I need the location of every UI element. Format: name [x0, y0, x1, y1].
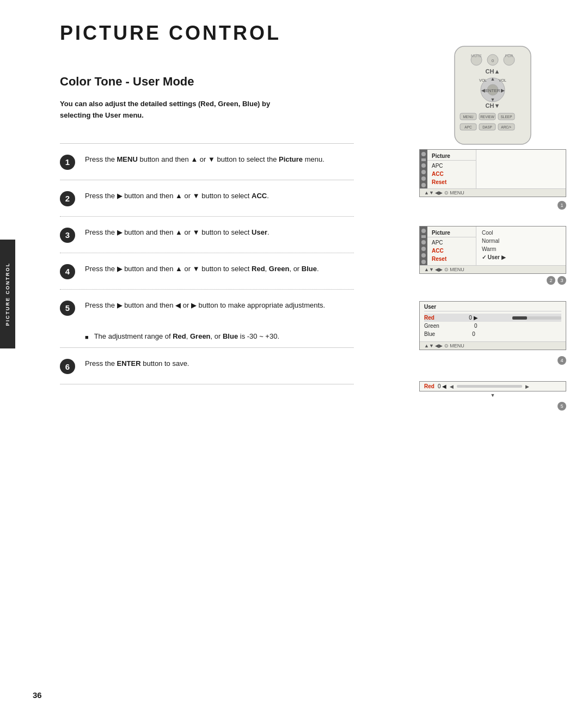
- step-1-text: Press the MENU button and then ▲ or ▼ bu…: [85, 154, 354, 165]
- screen-3: User Red 0 ▶ Green 0 Blue 0 ▲▼ ◀▶ ⊙ MENU: [419, 301, 566, 350]
- screen-3-row-blue: Blue 0: [424, 330, 561, 338]
- screen-3-green-value: 0: [474, 323, 477, 329]
- screen-1-item-apc: APC: [427, 162, 476, 170]
- sidebar-icon-e: [421, 253, 426, 258]
- svg-text:CH▼: CH▼: [486, 102, 500, 109]
- screen-1-sidebar: [420, 150, 427, 188]
- remote-illustration: 0 MUTE FCR CH▲ ENTER ▲ ▼ ◀ ▶ VOL VOL CH▼…: [444, 44, 542, 149]
- screen-3-row-red: Red 0 ▶: [424, 314, 561, 322]
- screen-group-3: User Red 0 ▶ Green 0 Blue 0 ▲▼ ◀▶ ⊙ MENU…: [419, 301, 566, 365]
- screen-3-row-green: Green 0: [424, 322, 561, 330]
- step-3-text: Press the ▶ button and then ▲ or ▼ butto…: [85, 227, 354, 238]
- screen-1-title: Picture: [427, 152, 476, 161]
- screen-4-red-label: Red: [424, 383, 434, 389]
- step-badge-2: 2: [547, 276, 555, 285]
- sidebar-icon-6: [421, 183, 426, 187]
- svg-text:VOL: VOL: [479, 78, 487, 82]
- sidebar-icon-b: [421, 235, 426, 238]
- sidebar-icon-2: [421, 158, 426, 161]
- svg-text:▲: ▲: [491, 76, 495, 82]
- step-5: 5 Press the ▶ button and then ◀ or ▶ but…: [60, 290, 354, 326]
- svg-text:DASP: DASP: [482, 125, 492, 129]
- step-3-number: 3: [60, 228, 75, 243]
- step-badge-4: 4: [558, 356, 566, 365]
- svg-text:VOL: VOL: [499, 78, 506, 82]
- step-4-number: 4: [60, 264, 75, 279]
- screen-1-footer: ▲▼ ◀▶ ⊙ MENU: [420, 188, 566, 197]
- step-badge-5: 5: [558, 402, 566, 411]
- screen-1: Picture APC ACC Reset ▲▼ ◀▶ ⊙ MENU: [419, 149, 566, 197]
- sidebar-icon-d: [421, 247, 426, 251]
- svg-text:FCR: FCR: [505, 54, 513, 58]
- screen-4-value: 0 ◀: [438, 383, 446, 389]
- screen-2-menu: Picture APC ACC Reset: [427, 227, 476, 265]
- screen-2: Picture APC ACC Reset Cool Normal Warm ✓…: [419, 226, 566, 274]
- sidebar-label: PICTURE CONTROL: [0, 240, 15, 348]
- step-5-text: Press the ▶ button and then ◀ or ▶ butto…: [85, 299, 354, 311]
- screen-2-title: Picture: [427, 229, 476, 237]
- sidebar-icon-5: [421, 176, 426, 181]
- screen-4: Red 0 ◀ ◀ ▶: [419, 381, 566, 391]
- step-1: 1 Press the MENU button and then ▲ or ▼ …: [60, 144, 354, 180]
- svg-text:REVIEW: REVIEW: [480, 115, 495, 119]
- screen-4-arrow-right: ▶: [525, 384, 529, 389]
- screen-3-green-label: Green: [424, 323, 439, 329]
- sidebar-icon-c: [421, 240, 426, 244]
- screen-1-item-reset: Reset: [427, 178, 476, 186]
- step-badge-1: 1: [558, 201, 566, 210]
- step-6: 6 Press the ENTER button to save.: [60, 348, 354, 384]
- sidebar-icon-1: [421, 152, 426, 156]
- svg-text:MUTE: MUTE: [471, 54, 482, 58]
- screen-3-title: User: [424, 304, 561, 311]
- screen-1-right: [476, 150, 566, 188]
- screen-2-right: Cool Normal Warm ✓ User ▶: [476, 227, 566, 265]
- sidebar-icon-f: [421, 260, 426, 264]
- step-6-number: 6: [60, 359, 75, 374]
- screen-2-item-reset: Reset: [427, 255, 476, 263]
- screen-group-2: Picture APC ACC Reset Cool Normal Warm ✓…: [419, 226, 566, 285]
- screen-4-slider: [457, 385, 522, 388]
- sidebar-icon-3: [421, 163, 426, 168]
- screen-3-red-slider: [512, 316, 561, 320]
- svg-text:CH▲: CH▲: [486, 68, 500, 75]
- svg-text:▶: ▶: [501, 88, 505, 93]
- screen-4-down-arrow: ▼: [419, 393, 566, 398]
- step-badge-3: 3: [558, 276, 566, 285]
- svg-text:0: 0: [492, 58, 494, 63]
- screen-3-red-value: 0 ▶: [469, 315, 477, 321]
- screen-3-blue-label: Blue: [424, 331, 435, 337]
- step-4: 4 Press the ▶ button and then ▲ or ▼ but…: [60, 253, 354, 289]
- sub-note-text: The adjustment range of Red, Green, or B…: [94, 331, 279, 342]
- sidebar-icon-4: [421, 170, 426, 174]
- screen-3-red-label: Red: [424, 315, 434, 321]
- screen-1-item-acc: ACC: [427, 170, 476, 178]
- svg-text:◀: ◀: [481, 88, 485, 93]
- svg-text:MENU: MENU: [463, 115, 473, 119]
- step-2-number: 2: [60, 191, 75, 206]
- sidebar-icon-a: [421, 229, 426, 233]
- step-4-text: Press the ▶ button and then ▲ or ▼ butto…: [85, 263, 354, 274]
- screen-2-right-normal: Normal: [480, 237, 562, 245]
- svg-text:ENTER: ENTER: [485, 88, 500, 93]
- sub-note: ■ The adjustment range of Red, Green, or…: [85, 331, 354, 342]
- screen-3-footer: ▲▼ ◀▶ ⊙ MENU: [420, 341, 566, 350]
- svg-text:▼: ▼: [491, 97, 495, 102]
- screen-group-4: Red 0 ◀ ◀ ▶ ▼ 5: [419, 381, 566, 411]
- steps-area: 1 Press the MENU button and then ▲ or ▼ …: [60, 143, 354, 385]
- intro-text: You can also adjust the detailed setting…: [60, 99, 278, 121]
- svg-text:APC: APC: [464, 125, 472, 129]
- screen-group-1: Picture APC ACC Reset ▲▼ ◀▶ ⊙ MENU 1: [419, 149, 566, 210]
- svg-text:ARC/+: ARC/+: [501, 125, 512, 129]
- screen-2-right-user: ✓ User ▶: [480, 253, 562, 261]
- svg-text:SLEEP: SLEEP: [501, 115, 512, 119]
- screen-2-sidebar: [420, 227, 427, 265]
- step-2: 2 Press the ▶ button and then ▲ or ▼ but…: [60, 180, 354, 216]
- screen-2-item-apc: APC: [427, 238, 476, 247]
- bullet-icon: ■: [85, 333, 89, 342]
- screen-2-right-warm: Warm: [480, 245, 562, 253]
- screen-2-item-acc: ACC: [427, 247, 476, 255]
- screen-1-menu: Picture APC ACC Reset: [427, 150, 476, 188]
- step-2-text: Press the ▶ button and then ▲ or ▼ butto…: [85, 190, 354, 201]
- screen-2-right-cool: Cool: [480, 229, 562, 237]
- screen-4-arrow-left: ◀: [450, 384, 454, 389]
